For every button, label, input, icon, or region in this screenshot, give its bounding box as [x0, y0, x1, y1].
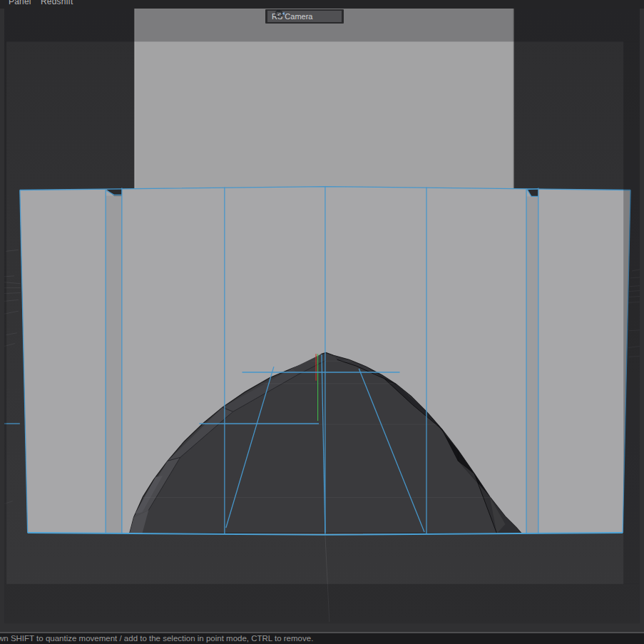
viewport-render	[0, 9, 644, 632]
status-bar: wn SHIFT to quantize movement / add to t…	[0, 632, 644, 644]
camera-name-inner: RS Camera	[267, 11, 342, 22]
camera-icon	[275, 9, 285, 17]
menu-item-panel[interactable]: Panel	[9, 0, 31, 6]
camera-name-pill[interactable]: RS Camera	[265, 9, 344, 24]
status-message: wn SHIFT to quantize movement / add to t…	[0, 634, 313, 643]
viewport-canvas[interactable]: RS Camera	[0, 9, 644, 632]
menu-item-redshift[interactable]: Redshift	[41, 0, 73, 6]
